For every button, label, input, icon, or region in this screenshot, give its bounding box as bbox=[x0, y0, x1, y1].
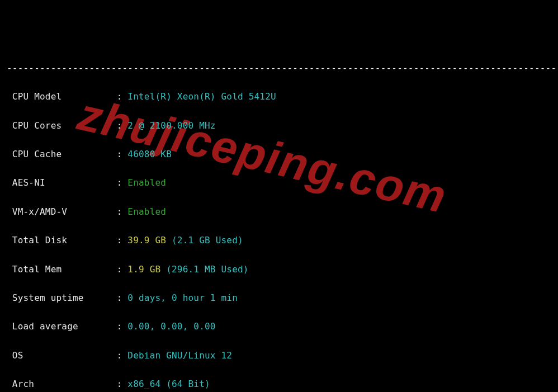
label-cpu-model: CPU Model bbox=[7, 91, 117, 102]
label-os: OS bbox=[7, 350, 117, 361]
terminal-lines: ----------------------------------------… bbox=[7, 46, 551, 392]
row-aes-ni: AES-NI : Enabled bbox=[7, 176, 551, 190]
value-mem: 1.9 GB bbox=[127, 264, 160, 275]
label-aes-ni: AES-NI bbox=[7, 177, 117, 188]
row-arch: Arch : x86_64 (64 Bit) bbox=[7, 377, 551, 391]
value-aes-ni: Enabled bbox=[127, 177, 166, 188]
value-vmx: Enabled bbox=[127, 206, 166, 217]
value-cpu-cores: 2 @ 2100.000 MHz bbox=[127, 120, 215, 131]
value-uptime: 0 days, 0 hour 1 min bbox=[127, 292, 238, 303]
row-mem: Total Mem : 1.9 GB (296.1 MB Used) bbox=[7, 262, 551, 277]
divider-top: ----------------------------------------… bbox=[7, 61, 551, 75]
value-cpu-model: Intel(R) Xeon(R) Gold 5412U bbox=[127, 91, 276, 102]
label-arch: Arch bbox=[7, 379, 117, 389]
label-cpu-cache: CPU Cache bbox=[7, 149, 117, 159]
label-load: Load average bbox=[7, 321, 117, 332]
row-disk: Total Disk : 39.9 GB (2.1 GB Used) bbox=[7, 233, 551, 248]
row-os: OS : Debian GNU/Linux 12 bbox=[7, 348, 551, 363]
value-mem-used: (296.1 MB Used) bbox=[160, 264, 248, 275]
row-cpu-cache: CPU Cache : 46080 KB bbox=[7, 147, 551, 162]
label-uptime: System uptime bbox=[7, 292, 117, 303]
value-cpu-cache: 46080 KB bbox=[127, 149, 172, 159]
value-arch: x86_64 (64 Bit) bbox=[127, 379, 210, 389]
row-cpu-model: CPU Model : Intel(R) Xeon(R) Gold 5412U bbox=[7, 89, 551, 104]
value-disk: 39.9 GB bbox=[127, 235, 166, 245]
label-mem: Total Mem bbox=[7, 264, 117, 275]
row-vmx: VM-x/AMD-V : Enabled bbox=[7, 205, 551, 219]
value-os: Debian GNU/Linux 12 bbox=[127, 350, 232, 361]
label-disk: Total Disk bbox=[7, 235, 117, 245]
label-cpu-cores: CPU Cores bbox=[7, 120, 117, 131]
row-load: Load average : 0.00, 0.00, 0.00 bbox=[7, 319, 551, 334]
value-load: 0.00, 0.00, 0.00 bbox=[127, 321, 215, 332]
label-vmx: VM-x/AMD-V bbox=[7, 206, 117, 217]
value-disk-used: (2.1 GB Used) bbox=[166, 235, 243, 245]
terminal-output: zhujiceping.com ------------------------… bbox=[0, 0, 558, 392]
row-uptime: System uptime : 0 days, 0 hour 1 min bbox=[7, 291, 551, 305]
row-cpu-cores: CPU Cores : 2 @ 2100.000 MHz bbox=[7, 119, 551, 133]
